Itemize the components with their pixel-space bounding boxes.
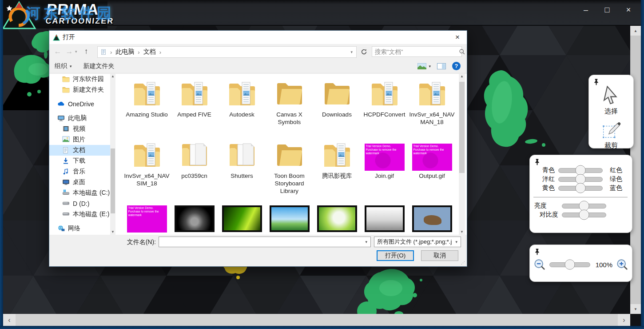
sidebar-item-onedrive[interactable]: OneDrive xyxy=(49,99,110,109)
breadcrumb-item-documents[interactable]: 文档 xyxy=(143,48,156,56)
chevron-down-icon[interactable]: ▾ xyxy=(362,240,370,244)
filename-combo[interactable]: ▾ xyxy=(159,237,371,247)
organize-button[interactable]: 组织 ▾ xyxy=(55,62,72,70)
sidebar-item-desktop[interactable]: 桌面 xyxy=(49,177,110,188)
file-name: Output.gif xyxy=(419,172,445,180)
new-folder-button[interactable]: 新建文件夹 xyxy=(83,62,115,70)
app-horizontal-scrollbar[interactable]: ‹ › xyxy=(3,314,630,326)
file-item[interactable]: Amazing Studio xyxy=(123,76,171,126)
zoom-slider[interactable] xyxy=(549,262,590,267)
file-item[interactable] xyxy=(218,205,266,233)
sidebar-item-network[interactable]: 网络 xyxy=(49,223,110,234)
file-item[interactable]: InvSvr_x64_NAVMAN_18 xyxy=(408,76,456,126)
back-button[interactable]: ← xyxy=(52,47,64,56)
resize-grip[interactable]: ⋰ xyxy=(461,261,465,265)
filename-input[interactable] xyxy=(159,237,362,246)
file-item[interactable] xyxy=(313,205,361,233)
filetype-dropdown[interactable]: 所有图片文件 (*.jpeg;*.png;*.j ▾ xyxy=(374,237,461,247)
open-button[interactable]: 打开(O) xyxy=(377,250,414,261)
scroll-left-button[interactable]: ‹ xyxy=(3,314,16,326)
pin-icon[interactable] xyxy=(534,158,541,166)
file-item[interactable]: 腾讯影视库 xyxy=(313,138,361,195)
refresh-button[interactable] xyxy=(358,46,369,57)
scrollbar-thumb[interactable] xyxy=(111,148,115,213)
zoom-in-icon[interactable] xyxy=(616,258,628,271)
contrast-slider[interactable] xyxy=(562,213,606,217)
recent-locations-button[interactable]: ▾ xyxy=(75,49,80,54)
forward-button[interactable]: → xyxy=(64,47,75,56)
minimize-button[interactable]: – xyxy=(581,5,591,15)
file-grid-scrollbar[interactable]: ▲ ▼ xyxy=(459,74,465,235)
color-slider[interactable] xyxy=(558,168,603,173)
color-slider[interactable] xyxy=(558,186,603,191)
preview-pane-icon[interactable] xyxy=(437,63,446,69)
file-grid-row: Trial Version Demo. Purchase to remove t… xyxy=(123,205,456,233)
file-item[interactable]: Amped FIVE xyxy=(171,76,218,126)
file-item[interactable]: Trial Version Demo. Purchase to remove t… xyxy=(408,138,456,195)
sidebar-item-disk-c[interactable]: 本地磁盘 (C:) xyxy=(49,188,110,198)
scroll-up-button[interactable]: ▲ xyxy=(110,74,115,79)
file-item[interactable]: HCPDFConvert xyxy=(361,76,408,126)
slider-thumb[interactable] xyxy=(564,260,575,270)
sidebar-item-music[interactable]: 音乐 xyxy=(49,166,110,177)
file-item[interactable]: Canvas X Symbols xyxy=(266,76,313,126)
select-tool-icon[interactable] xyxy=(601,86,621,106)
help-button[interactable]: ? xyxy=(452,62,461,70)
crop-tool-icon[interactable] xyxy=(601,121,621,140)
brightness-slider[interactable] xyxy=(562,204,606,209)
file-item[interactable]: pc0359cn xyxy=(171,138,218,195)
scroll-down-button[interactable]: ▼ xyxy=(110,229,115,235)
pin-icon[interactable] xyxy=(593,78,600,86)
file-item[interactable]: Toon Boom Storyboard Library xyxy=(266,138,313,195)
folder-docs-icon xyxy=(369,76,401,109)
dialog-titlebar[interactable]: 打开 × xyxy=(49,31,467,44)
slider-thumb[interactable] xyxy=(576,183,586,193)
up-button[interactable]: ↑ xyxy=(80,47,92,56)
search-box[interactable] xyxy=(372,46,462,57)
file-item[interactable]: Shutters xyxy=(218,138,266,195)
file-item[interactable] xyxy=(171,205,218,233)
sidebar-item-new-folder[interactable]: 新建文件夹 xyxy=(49,84,110,95)
file-item[interactable]: Trial Version Demo. Purchase to remove t… xyxy=(123,205,171,233)
breadcrumb[interactable]: › 此电脑 › 文档 › ▾ xyxy=(97,46,357,58)
search-input[interactable] xyxy=(372,48,456,55)
file-item[interactable]: Trial Version Demo. Purchase to remove t… xyxy=(361,138,408,195)
file-item[interactable] xyxy=(361,205,408,233)
scroll-down-button[interactable]: ▼ xyxy=(459,229,465,235)
sidebar-scrollbar[interactable]: ▲ ▼ xyxy=(110,74,115,235)
sidebar-item-this-pc[interactable]: 此电脑 xyxy=(49,113,110,124)
color-slider-row-0: 青色红色 xyxy=(530,166,632,175)
breadcrumb-item-this-pc[interactable]: 此电脑 xyxy=(115,48,134,56)
cancel-button[interactable]: 取消 xyxy=(421,250,458,261)
window-controls: – □ × xyxy=(581,5,633,15)
maximize-button[interactable]: □ xyxy=(602,5,612,15)
sidebar-item-documents[interactable]: 文档 xyxy=(49,145,110,156)
breadcrumb-dropdown-icon[interactable]: ▾ xyxy=(347,50,356,54)
sidebar-item-videos[interactable]: 视频 xyxy=(49,124,110,134)
scrollbar-thumb[interactable] xyxy=(459,82,465,173)
file-item[interactable]: Autodesk xyxy=(218,76,266,126)
file-item[interactable]: Downloads xyxy=(313,76,361,126)
scroll-up-button[interactable]: ▲ xyxy=(459,74,465,79)
file-item[interactable]: InvSvr_x64_NAVSIM_18 xyxy=(123,138,171,195)
sidebar-item-disk-e[interactable]: 本地磁盘 (E:) xyxy=(49,209,110,220)
scroll-right-button[interactable]: › xyxy=(618,314,630,326)
file-item[interactable] xyxy=(266,205,313,233)
chevron-down-icon: ▾ xyxy=(452,240,461,244)
file-item[interactable] xyxy=(408,205,456,233)
scroll-down-button[interactable]: ▼ xyxy=(630,304,641,314)
pin-icon[interactable] xyxy=(534,248,541,256)
sidebar-item-pictures[interactable]: 图片 xyxy=(49,134,110,145)
slider-thumb[interactable] xyxy=(579,210,589,220)
dialog-close-button[interactable]: × xyxy=(452,33,463,42)
search-icon[interactable] xyxy=(456,49,468,55)
sidebar-gap xyxy=(49,95,110,99)
zoom-out-icon[interactable] xyxy=(533,258,546,271)
color-slider[interactable] xyxy=(558,177,603,182)
sidebar-item-hedong-folder[interactable]: 河东软件园 xyxy=(49,74,110,84)
scroll-up-button[interactable]: ▲ xyxy=(630,26,641,36)
sidebar-item-disk-d[interactable]: D (D:) xyxy=(49,198,110,209)
close-button[interactable]: × xyxy=(624,5,633,15)
sidebar-item-downloads[interactable]: 下载 xyxy=(49,156,110,166)
thumbnails-view-icon[interactable]: ▾ xyxy=(417,63,431,69)
